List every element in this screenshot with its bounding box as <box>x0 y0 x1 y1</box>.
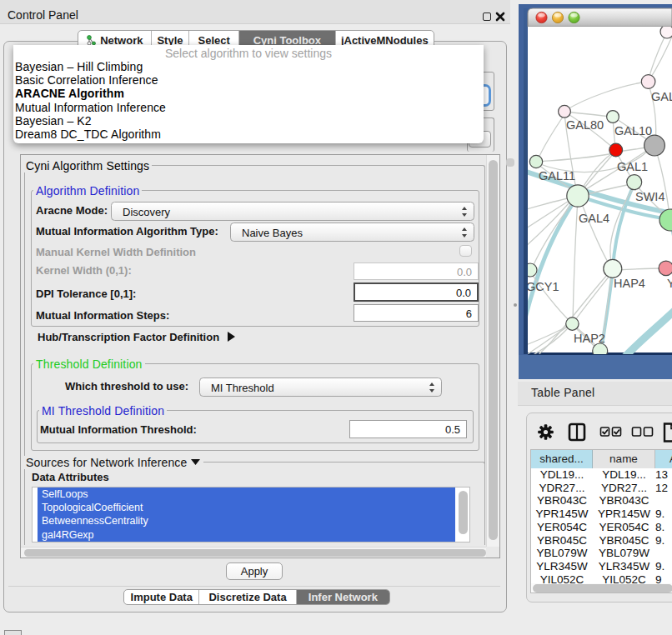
svg-text:SWI4: SWI4 <box>635 190 664 203</box>
svg-text:GAL80: GAL80 <box>566 118 604 132</box>
svg-text:HAP4: HAP4 <box>614 277 645 290</box>
svg-text:GAL4: GAL4 <box>579 212 609 225</box>
svg-text:GCY1: GCY1 <box>526 280 559 293</box>
svg-text:GAL11: GAL11 <box>539 169 575 182</box>
svg-text:YP: YP <box>667 277 672 290</box>
svg-text:GAL10: GAL10 <box>614 124 652 138</box>
svg-text:GAL1: GAL1 <box>617 160 648 173</box>
svg-text:HAP2: HAP2 <box>574 332 605 345</box>
svg-text:GAL2: GAL2 <box>651 90 672 103</box>
